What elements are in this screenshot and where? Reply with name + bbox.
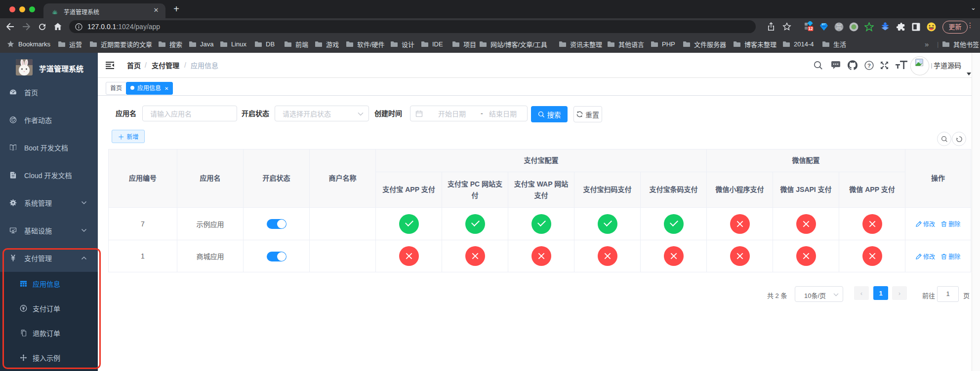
svg-text:?: ? [867,62,871,68]
svg-text:⌘: ⌘ [836,23,842,30]
svg-text:12: 12 [808,26,813,31]
